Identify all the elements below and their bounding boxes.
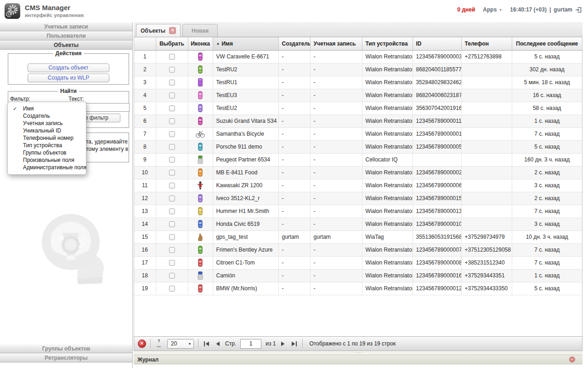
column-header[interactable]: Выбрать	[156, 37, 188, 50]
column-header[interactable]: Телефон	[461, 37, 512, 50]
table-body: 1VW Caravelle E-6671--Wialon Retranslato…	[134, 50, 582, 295]
unit-name: Samantha's Bicycle	[213, 127, 278, 140]
filter-option[interactable]: Уникальный ID	[8, 127, 86, 134]
filter-option[interactable]: Телефонный номер	[8, 134, 86, 142]
row-checkbox[interactable]	[169, 183, 175, 189]
create-unit-button[interactable]: Создать объект	[28, 63, 109, 72]
prev-page-button[interactable]	[215, 341, 221, 347]
column-header[interactable]: ▲Имя	[213, 37, 278, 50]
first-page-button[interactable]	[203, 341, 210, 347]
table-row[interactable]: 7Samantha's Bicycle--Wialon Retranslator…	[134, 127, 582, 140]
resize-arrows-icon: ↔	[156, 342, 162, 349]
row-checkbox[interactable]	[169, 170, 175, 176]
row-checkbox[interactable]	[169, 118, 175, 124]
row-checkbox[interactable]	[169, 260, 175, 266]
column-header-label: Телефон	[465, 40, 489, 47]
last-page-button[interactable]	[290, 341, 298, 347]
page-size-select[interactable]: 20 ▼	[167, 339, 194, 349]
column-header[interactable]: Иконка	[188, 37, 213, 50]
filter-option[interactable]: Группы объектов	[8, 149, 86, 156]
table-row[interactable]: 4TestEU3--Wialon Retranslator86820400602…	[134, 89, 582, 102]
apps-menu[interactable]: Apps ▼	[483, 6, 502, 13]
table-row[interactable]: 11Kawasaki ZR 1200--Wialon Retranslator1…	[134, 179, 582, 192]
page-count-label: из 1	[266, 340, 276, 347]
row-checkbox[interactable]	[169, 67, 175, 73]
next-page-button[interactable]	[280, 341, 286, 347]
row-checkbox[interactable]	[169, 221, 175, 227]
filter-option-label: Имя	[23, 105, 34, 112]
table-row[interactable]: 8Porsche 911 demo--Wialon Retranslator12…	[134, 140, 582, 153]
unit-phone: +375298734979	[461, 230, 512, 243]
log-panel-title: Журнал	[137, 356, 569, 363]
table-row[interactable]: 10MB E-8411 Food--Wialon Retranslator123…	[134, 166, 582, 179]
row-number: 14	[134, 218, 156, 230]
tab-Новая[interactable]: Новая	[182, 24, 218, 37]
row-checkbox[interactable]	[169, 105, 175, 111]
row-checkbox[interactable]	[169, 273, 175, 279]
table-row[interactable]: 2TestRU2--Wialon Retranslator86820400118…	[134, 63, 582, 76]
collapse-log-icon[interactable]: −	[569, 356, 575, 362]
row-checkbox[interactable]	[169, 54, 175, 60]
rows-status: Отображено с 1 по 19 из 19 строк	[309, 340, 396, 347]
table-row[interactable]: 13Hummer H1 Mr.Smith--Wialon Retranslato…	[134, 205, 582, 218]
row-checkbox[interactable]	[169, 157, 175, 163]
table-row[interactable]: 5TestEU2--Wialon Retranslator35630704200…	[134, 102, 582, 115]
table-row[interactable]: 12Iveco 3512-KL2_r--Wialon Retranslator1…	[134, 192, 582, 205]
column-header[interactable]: ID	[413, 37, 461, 50]
sidebar-section-header[interactable]: Ретрансляторы	[0, 353, 132, 362]
column-header[interactable]: Создатель	[278, 37, 310, 50]
unit-device-type: Wialon Retranslator	[362, 50, 413, 63]
page-input[interactable]	[240, 339, 261, 349]
row-icon-cell	[188, 205, 213, 218]
table-row[interactable]: 16Frimen's Bentley Azure--Wialon Retrans…	[134, 243, 582, 256]
filter-option[interactable]: Произвольные поля	[8, 156, 86, 164]
row-checkbox[interactable]	[169, 144, 175, 150]
table-row[interactable]: 19BMW (Mr.Norris)--Wialon Retranslator12…	[134, 282, 582, 295]
row-select-cell	[156, 179, 188, 192]
create-from-wlp-button[interactable]: Создать из WLP	[28, 74, 109, 82]
row-checkbox[interactable]	[169, 80, 175, 86]
car-icon	[195, 53, 205, 59]
filter-option[interactable]: Создатель	[8, 112, 86, 120]
sidebar-section-header[interactable]: Объекты	[0, 40, 132, 50]
unit-device-type: WiaTag	[362, 230, 413, 243]
table-row[interactable]: 3TestRU1--Wialon Retranslator35284802983…	[134, 76, 582, 89]
column-header[interactable]: Последнее сообщение	[512, 37, 582, 50]
column-header[interactable]: Тип устройства	[362, 37, 413, 50]
table-row[interactable]: 9Peugeot Partner 6534--Cellocator IQ160 …	[134, 153, 582, 166]
row-checkbox[interactable]	[169, 247, 175, 253]
filter-option[interactable]: ✓Имя	[8, 105, 86, 112]
row-checkbox[interactable]	[169, 131, 175, 137]
row-checkbox[interactable]	[169, 208, 175, 214]
unit-id: 123456789000001	[413, 127, 461, 140]
unit-phone	[461, 76, 512, 89]
row-checkbox[interactable]	[169, 92, 175, 98]
tab-Объекты[interactable]: Объекты×	[136, 24, 181, 37]
table-row[interactable]: 14Honda Civic 6519--Wialon Retranslator1…	[134, 218, 582, 230]
sidebar-section-header[interactable]: Группы объектов	[0, 344, 132, 353]
logout-icon[interactable]	[575, 7, 582, 13]
table-row[interactable]: 15gps_tag_testgurtamgurtamWiaTag35513605…	[134, 230, 582, 243]
row-checkbox[interactable]	[169, 196, 175, 201]
filter-option[interactable]: Административные поля	[8, 164, 86, 171]
unit-device-type: Wialon Retranslator	[362, 256, 413, 269]
table-row[interactable]: 1VW Caravelle E-6671--Wialon Retranslato…	[134, 50, 582, 63]
row-icon-cell	[188, 256, 213, 269]
filter-option[interactable]: Тип устройства	[8, 142, 86, 149]
sidebar-section-header[interactable]: Учетные записи	[0, 22, 132, 31]
row-checkbox[interactable]	[169, 286, 175, 292]
column-header[interactable]: Учетная запись	[310, 37, 362, 50]
panel-splitter[interactable]: ·····	[134, 351, 582, 355]
table-row[interactable]: 18Camión--Wialon Retranslator12345678900…	[134, 269, 582, 282]
main-panel: Объекты×Новая ВыбратьИконка▲ИмяСоздатель…	[134, 22, 582, 368]
sidebar-section-header[interactable]: Пользователи	[0, 31, 132, 40]
unit-creator: -	[278, 192, 310, 205]
tab-close-icon[interactable]: ×	[169, 27, 176, 34]
filter-option[interactable]: Учетная запись	[8, 120, 86, 127]
table-row[interactable]: 17Citroen C1-Tom--Wialon Retranslator123…	[134, 256, 582, 269]
clear-selection-button[interactable]: ×	[138, 339, 146, 348]
fit-columns-button[interactable]: ? ↔	[155, 339, 163, 348]
actions-legend: Действия	[53, 50, 84, 57]
table-row[interactable]: 6Suzuki Grand Vitara S34--Wialon Retrans…	[134, 115, 582, 127]
row-checkbox[interactable]	[169, 234, 175, 240]
